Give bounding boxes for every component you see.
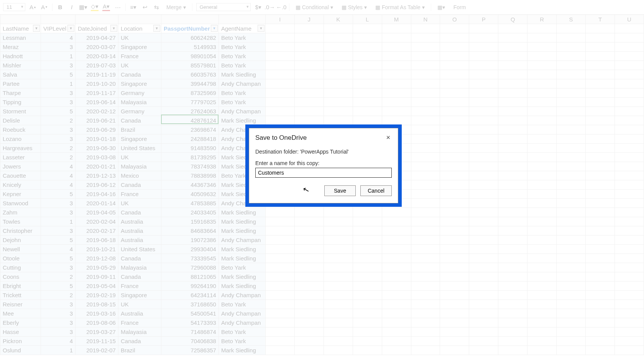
filter-header-passportnumber[interactable]: PassportNumber▼ <box>161 24 219 33</box>
cell[interactable]: Mexico <box>118 171 161 180</box>
cell[interactable]: 2020-02-04 <box>75 217 118 226</box>
cell[interactable]: Andy Champan <box>219 107 265 116</box>
filter-header-agentname[interactable]: AgentName▼ <box>219 24 265 33</box>
cell[interactable]: 2019-11-19 <box>75 70 118 79</box>
cell[interactable]: 4 <box>41 245 75 254</box>
cell[interactable]: 72960088 <box>161 263 219 272</box>
cancel-button[interactable]: Cancel <box>360 185 392 196</box>
cell[interactable]: Brazil <box>118 125 161 134</box>
cell[interactable]: Australia <box>118 226 161 236</box>
cell[interactable]: UK <box>118 153 161 162</box>
cell[interactable]: Lozano <box>0 134 41 144</box>
cell[interactable]: Singapore <box>118 291 161 300</box>
cell[interactable]: 2020-01-14 <box>75 199 118 208</box>
cell[interactable]: Singapore <box>118 134 161 144</box>
cell[interactable]: 3 <box>41 318 75 327</box>
cell[interactable]: 2019-11-15 <box>75 337 118 346</box>
cell[interactable]: 87325969 <box>161 88 219 98</box>
cell[interactable]: 54173393 <box>161 318 219 327</box>
cell[interactable]: Dejohn <box>0 236 41 245</box>
cell[interactable]: 23698674 <box>161 125 219 134</box>
cell[interactable]: 78838998 <box>161 171 219 180</box>
cell[interactable]: Beto Yark <box>219 88 265 98</box>
cell[interactable]: 2019-10-21 <box>75 245 118 254</box>
cell[interactable]: 5 <box>41 254 75 263</box>
table-row[interactable]: Oslund12019-02-07Brazil72586357Mark Sied… <box>0 346 644 355</box>
cell[interactable]: Andy Champan <box>219 309 265 318</box>
cell[interactable]: Malayasia <box>118 327 161 337</box>
table-row[interactable]: Partee12019-10-20Singapore39944798Andy C… <box>0 79 644 88</box>
decimal-dec-icon[interactable]: .0→ <box>266 3 274 11</box>
cell[interactable]: 5149933 <box>161 43 219 52</box>
cell[interactable]: Beto Yark <box>219 33 265 43</box>
font-color-icon[interactable]: A▾ <box>102 3 110 11</box>
cell[interactable]: 66035763 <box>161 70 219 79</box>
cell[interactable]: 27624063 <box>161 107 219 116</box>
cell[interactable]: 40509632 <box>161 190 219 199</box>
cell[interactable]: Hargreaves <box>0 144 41 153</box>
cell[interactable]: UK <box>118 61 161 70</box>
column-header-J[interactable]: J <box>294 15 324 24</box>
cell[interactable]: 3 <box>41 98 75 107</box>
cell[interactable]: Mee <box>0 309 41 318</box>
cell[interactable]: 44367346 <box>161 180 219 190</box>
cell[interactable]: 71486874 <box>161 327 219 337</box>
cell[interactable]: Beto Yark <box>219 52 265 61</box>
cell[interactable]: 2019-06-18 <box>75 236 118 245</box>
cell[interactable]: 3 <box>41 309 75 318</box>
filter-header-lastname[interactable]: LastName▼ <box>0 24 41 33</box>
cell[interactable]: 47853885 <box>161 199 219 208</box>
column-header-blank[interactable] <box>118 15 161 24</box>
cell[interactable]: Australia <box>118 217 161 226</box>
cell[interactable]: Towles <box>0 217 41 226</box>
cell[interactable]: Hadnott <box>0 52 41 61</box>
cell[interactable]: 3 <box>41 199 75 208</box>
cell[interactable]: 24033405 <box>161 208 219 217</box>
table-row[interactable]: Tipping32019-06-14Malayasia77797025Beto … <box>0 98 644 107</box>
cell[interactable]: 73339545 <box>161 254 219 263</box>
cell[interactable]: 2 <box>41 144 75 153</box>
cell[interactable]: France <box>118 190 161 199</box>
cell[interactable]: Mark Siedling <box>219 70 265 79</box>
cell[interactable]: UK <box>118 300 161 309</box>
cell[interactable]: Beto Yark <box>219 327 265 337</box>
cell[interactable]: 2020-03-07 <box>75 43 118 52</box>
cell[interactable]: Kepner <box>0 190 41 199</box>
cell[interactable]: 2019-06-21 <box>75 116 118 125</box>
filter-dropdown-icon[interactable]: ▼ <box>258 25 264 32</box>
table-row[interactable]: Christopher32020-02-17Australia84683664M… <box>0 226 644 236</box>
number-format-select[interactable]: General <box>196 3 251 11</box>
cell[interactable]: Malayasia <box>118 162 161 171</box>
cell[interactable]: Andy Champan <box>219 291 265 300</box>
table-row[interactable]: Lessman42019-04-27UK60624282Beto Yark <box>0 33 644 43</box>
cell[interactable]: Germany <box>118 88 161 98</box>
cell[interactable]: 3 <box>41 43 75 52</box>
cell[interactable]: 85579801 <box>161 61 219 70</box>
cell[interactable]: 3 <box>41 263 75 272</box>
cell[interactable]: Singapore <box>118 79 161 88</box>
cell[interactable]: 5 <box>41 281 75 291</box>
cell[interactable]: Canada <box>118 70 161 79</box>
cell-styles[interactable]: ▦ Styles ▾ <box>339 3 369 11</box>
table-row[interactable]: Meraz32020-03-07Singapore5149933Beto Yar… <box>0 43 644 52</box>
cell[interactable]: 2020-03-14 <box>75 52 118 61</box>
cell[interactable]: Andy Champan <box>219 236 265 245</box>
column-header-L[interactable]: L <box>353 15 382 24</box>
cell[interactable]: Canada <box>118 254 161 263</box>
column-header-R[interactable]: R <box>527 15 557 24</box>
cell[interactable]: Cutting <box>0 263 41 272</box>
cell[interactable]: Knicely <box>0 180 41 190</box>
cell[interactable]: Partee <box>0 79 41 88</box>
cell[interactable]: 24288418 <box>161 134 219 144</box>
filename-input[interactable] <box>255 168 392 178</box>
cell[interactable]: Beto Yark <box>219 337 265 346</box>
table-row[interactable]: Reisner32019-08-15UK37168650Beto Yark <box>0 300 644 309</box>
filter-dropdown-icon[interactable]: ▼ <box>153 25 160 32</box>
table-row[interactable]: Ebright52019-05-04France99264190Mark Sie… <box>0 281 644 291</box>
cell[interactable]: 64234114 <box>161 291 219 300</box>
table-row[interactable]: Tharpe32019-11-17Germany87325969Beto Yar… <box>0 88 644 98</box>
cell[interactable]: 2019-02-07 <box>75 346 118 355</box>
cell[interactable]: Roebuck <box>0 125 41 134</box>
table-row[interactable]: Dejohn52019-06-18Australia19072386Andy C… <box>0 236 644 245</box>
column-header-S[interactable]: S <box>557 15 586 24</box>
